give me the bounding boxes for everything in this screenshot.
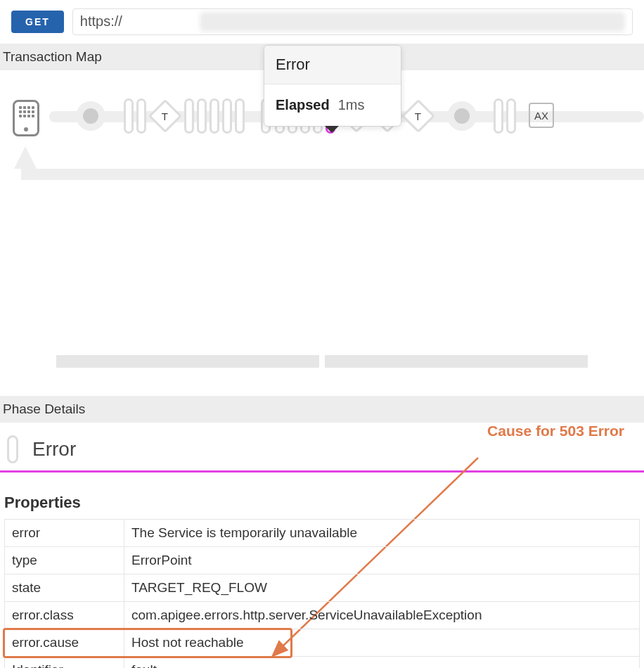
property-key: error [5,520,124,547]
condition-label: T [415,110,421,122]
return-arrow-icon [14,146,37,169]
map-node-condition[interactable]: T [401,99,435,133]
map-node-step[interactable] [210,98,219,134]
map-node-step[interactable] [197,98,207,134]
tooltip-pointer-icon [325,126,339,133]
property-row: stateTARGET_REQ_FLOW [5,574,640,602]
map-node-condition[interactable]: T [148,99,182,133]
target-label: AX [534,110,548,122]
property-key: error.cause [5,629,124,657]
phase-icon [7,435,18,463]
property-value: TARGET_REQ_FLOW [124,574,640,602]
property-row: typeErrorPoint [5,547,640,574]
tooltip-elapsed-value: 1ms [338,97,365,113]
http-method-button[interactable]: GET [11,11,64,33]
property-row: errorThe Service is temporarily unavaila… [5,520,640,547]
property-key: error.class [5,602,124,629]
map-node-step[interactable] [184,98,194,134]
property-key: Identifier [5,657,124,669]
map-node-step[interactable] [124,98,134,134]
map-node-step[interactable] [494,98,503,134]
map-node-step[interactable] [222,98,232,134]
property-value: fault [124,657,640,669]
map-node-step[interactable] [235,98,245,134]
client-device-icon [13,100,39,136]
url-input[interactable]: https:// [72,8,633,35]
property-value: Host not reachable [124,629,640,657]
property-key: type [5,547,124,574]
map-node-endpoint[interactable] [447,101,477,131]
tooltip-title: Error [264,46,401,84]
property-row: error.causeHost not reachable [5,629,640,657]
map-return-track [21,169,644,180]
tooltip-elapsed-label: Elapsed [276,97,330,113]
properties-section: Properties errorThe Service is temporari… [0,473,644,668]
property-value: com.apigee.errors.http.server.ServiceUna… [124,602,640,629]
segment-2[interactable] [325,355,588,368]
map-node-endpoint[interactable] [76,101,105,131]
segment-bar [0,355,644,368]
properties-table: errorThe Service is temporarily unavaila… [4,519,640,668]
property-value: The Service is temporarily unavailable [124,520,640,547]
properties-heading: Properties [4,494,640,519]
phase-title: Error [32,438,76,461]
property-row: Identifierfault [5,657,640,669]
annotation-label: Cause for 503 Error [487,423,624,439]
property-value: ErrorPoint [124,547,640,574]
url-redacted-blur [200,12,625,32]
property-key: state [5,574,124,602]
node-tooltip: Error Elapsed 1ms [264,45,401,127]
url-prefix-text: https:// [80,13,122,29]
top-bar: GET https:// [0,0,644,44]
condition-label: T [162,110,168,122]
map-node-step[interactable] [136,98,146,134]
map-node-target[interactable]: AX [529,103,554,128]
segment-1[interactable] [56,355,319,368]
property-row: error.classcom.apigee.errors.http.server… [5,602,640,629]
map-node-step[interactable] [506,98,516,134]
phase-details-header: Phase Details [0,396,644,423]
